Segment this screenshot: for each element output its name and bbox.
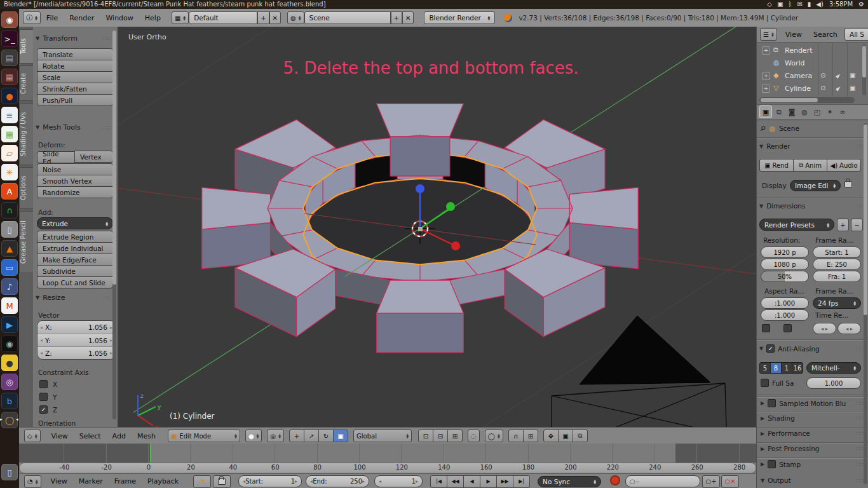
aa-sample-1[interactable]: 1 (781, 363, 792, 373)
panel-grip[interactable]: ∷∷ (857, 415, 864, 421)
shading-dropdown[interactable]: ●▲▼ (245, 430, 262, 442)
select-mode-button-2[interactable]: ⊞ (447, 430, 463, 442)
display-dropdown[interactable]: Image Edi ▲▼ (790, 180, 841, 191)
timeline-menu-marker[interactable]: Marker (73, 477, 109, 485)
outliner-editor-type-button[interactable]: ☰▲▼ (760, 28, 777, 41)
scene-close-button[interactable]: ✕ (402, 11, 414, 24)
dock-item-libreoffice-writer[interactable]: ≡ (1, 107, 18, 123)
timeline-editor-type-button[interactable]: ◔▲▼ (24, 475, 41, 488)
dock-item-audio-app[interactable]: ∩ (1, 202, 18, 219)
properties-tab-3[interactable]: ◍ (799, 106, 810, 118)
render-camera-icon[interactable]: ▣ (850, 85, 855, 92)
render-op-button-0[interactable]: ✥ (543, 430, 559, 442)
antialiasing-checkbox[interactable]: ✓ (766, 344, 775, 353)
panel-header-performance[interactable]: ▶Performance∷∷ (761, 430, 864, 437)
panel-checkbox[interactable] (768, 399, 776, 407)
orientation-dropdown[interactable]: Global ▲▼ (353, 430, 412, 442)
outliner-row-world[interactable]: ◍World (757, 57, 868, 70)
render-camera-icon[interactable]: ▣ (850, 72, 855, 79)
timeline-menu-frame[interactable]: Frame (109, 477, 142, 485)
extrude-individual-button[interactable]: Extrude Individual (37, 242, 113, 254)
full-sample-checkbox[interactable] (761, 379, 769, 387)
dock-item-video-editor[interactable]: ▦ (1, 69, 18, 85)
snap-button-1[interactable]: ⊞ (523, 430, 538, 442)
expand-icon[interactable]: + (762, 72, 770, 80)
dock-item-libreoffice-calc[interactable]: ▦ (1, 126, 18, 142)
constraint-y-row[interactable]: Y (39, 393, 57, 401)
jump-end-button[interactable]: ▶| (513, 475, 530, 488)
panel-checkbox[interactable] (768, 460, 776, 468)
mesh-tools-panel-header[interactable]: ▼ Mesh Tools ∷∷ (36, 123, 114, 132)
scenes-filter-dropdown[interactable]: All S (844, 28, 868, 41)
slide-edge-button[interactable]: Slide Ed (37, 151, 75, 163)
aspect-checkbox-1[interactable] (762, 324, 770, 332)
prev-keyframe-button[interactable]: ◀◀ (447, 475, 464, 488)
constraint-z-row[interactable]: ✓Z (39, 405, 57, 414)
frame-start-field[interactable]: Start: 1 (813, 247, 861, 258)
noise-button[interactable]: Noise (37, 163, 113, 175)
checkbox-y[interactable] (39, 393, 48, 401)
tooth-wall-face[interactable] (377, 313, 464, 353)
menu-help[interactable]: Help (139, 14, 166, 22)
properties-vscrollbar[interactable] (864, 123, 867, 484)
rotate-button[interactable]: Rotate (37, 60, 113, 72)
display-lock-button[interactable] (844, 181, 852, 189)
dock-item-archive-app[interactable]: ▯ (1, 221, 18, 238)
panel-grip[interactable]: ∷∷ (857, 461, 864, 468)
next-keyframe-button[interactable]: ▶▶ (496, 475, 513, 488)
res-x-field[interactable]: 1920 p (761, 247, 809, 258)
delete-keyframe-button[interactable]: ○✕ (721, 475, 739, 488)
preview-range-button[interactable]: ◔ (193, 475, 211, 488)
outliner-vscrollbar[interactable] (862, 44, 866, 95)
properties-tab-1[interactable]: ⧉ (773, 106, 785, 118)
dock-item-terminal[interactable]: >_ (1, 30, 18, 47)
scene-icon-button[interactable]: ◍ ▲▼ (287, 11, 304, 24)
viewport-menu-mesh[interactable]: Mesh (132, 432, 161, 440)
aa-filter-dropdown[interactable]: Mitchell- ▲▼ (806, 362, 861, 374)
tooth-top-face[interactable] (569, 187, 638, 229)
play-button[interactable]: ▶ (480, 475, 497, 488)
panel-grip[interactable]: ∷∷ (857, 400, 864, 407)
menu-render[interactable]: Render (64, 14, 100, 22)
record-button[interactable] (610, 475, 620, 487)
resize-y-field[interactable]: ◂Y: 1.056▸ (37, 334, 115, 346)
jump-start-button[interactable]: |◀ (430, 475, 447, 488)
properties-tab-2[interactable]: ◙ (786, 106, 797, 118)
viewport-editor-type-button[interactable]: ◇▲▼ (24, 430, 41, 442)
outliner-menu-search[interactable]: Search (808, 30, 843, 39)
tooth-wall-face[interactable] (390, 137, 450, 176)
panel-header-sampled-motion-blu[interactable]: ▶Sampled Motion Blu∷∷ (761, 399, 864, 407)
tool-tab-tools[interactable]: Tools (19, 29, 33, 64)
screen-layout-field[interactable]: Default (189, 11, 257, 24)
render-rend-button[interactable]: ▣Rend (759, 159, 794, 172)
tooth-top-face[interactable] (377, 104, 464, 137)
current-frame-marker[interactable] (150, 444, 151, 463)
dock-item-camera-app[interactable]: ◉ (1, 336, 18, 352)
visibility-eye-icon[interactable]: ⊙ (820, 72, 825, 79)
editor-type-button[interactable]: ⓘ ▲▼ (23, 11, 41, 24)
panel-header-post-processing[interactable]: ▶Post Processing∷∷ (761, 445, 864, 452)
panel-grip[interactable]: ∷∷ (857, 430, 864, 437)
select-mode-button-1[interactable]: ⊟ (433, 430, 448, 442)
viewport-canvas[interactable]: zyxUser Ortho5. Delete the top and botto… (118, 27, 756, 427)
insert-keyframe-button[interactable]: ○+ (702, 475, 720, 488)
transform-panel-header[interactable]: ▼ Transform ∷∷ (36, 34, 114, 43)
loop-cut-and-slide-button[interactable]: Loop Cut and Slide (37, 276, 113, 288)
aa-sample-5[interactable]: 5 (760, 363, 770, 373)
pivot-dropdown[interactable]: ◎▲▼ (267, 430, 284, 442)
render-engine-dropdown[interactable]: Blender Render ▲▼ (424, 11, 495, 24)
tool-tab-shading-uvs[interactable]: Shading / UVs (19, 103, 33, 165)
dock-item-tv-app[interactable]: ▭ (1, 259, 18, 276)
tooth-top-face[interactable] (202, 187, 271, 229)
render-anim-button[interactable]: ⧉Anim (793, 159, 827, 172)
screen-layout-icon-button[interactable]: ▦ ▲▼ (172, 11, 189, 24)
res-percent-slider[interactable]: 50% (761, 271, 809, 282)
layout-close-button[interactable]: ✕ (269, 11, 281, 24)
render-presets-dropdown[interactable]: Render Presets ▲▼ (759, 219, 834, 231)
dock-item-trash[interactable]: ▯ (1, 464, 18, 480)
manipulator-y-handle[interactable] (446, 202, 455, 211)
selectable-cursor-icon[interactable]: ► (834, 71, 842, 79)
outliner-row-cylinde[interactable]: +▽Cylinde⊙►▣ (757, 83, 868, 95)
frame-end-field[interactable]: E: 250 (813, 259, 861, 270)
full-sample-value[interactable]: 1.000 (806, 377, 861, 389)
